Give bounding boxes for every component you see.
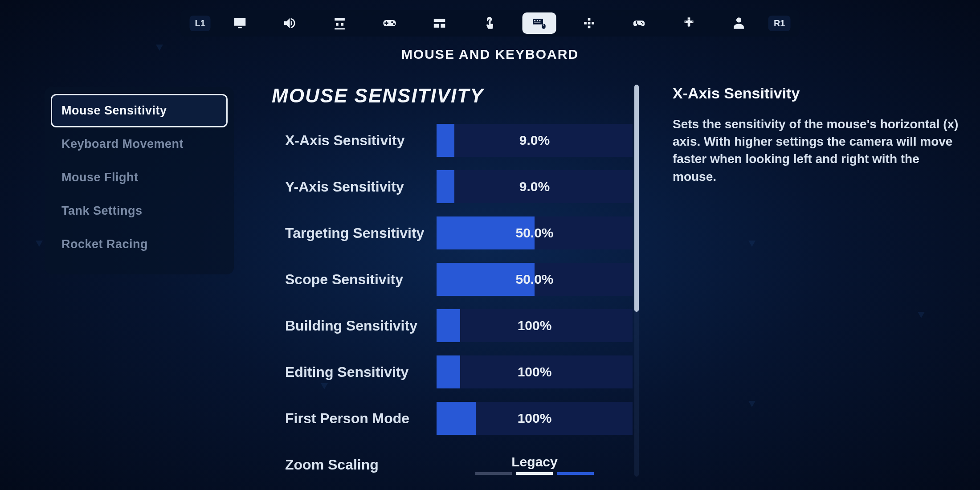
bg-triangle — [748, 401, 755, 407]
setting-row-x-axis: X-Axis Sensitivity 9.0% — [272, 124, 633, 157]
slider-value: 100% — [518, 411, 552, 426]
tab-hud[interactable] — [423, 12, 457, 34]
setting-label: Zoom Scaling — [272, 457, 437, 473]
slider-fill — [437, 170, 454, 203]
setting-label: First Person Mode — [272, 410, 437, 427]
tab-controller[interactable] — [373, 12, 407, 34]
slider-fill — [437, 309, 460, 342]
scrollbar[interactable] — [634, 85, 639, 477]
slider-x-axis[interactable]: 9.0% — [437, 124, 633, 157]
setting-label: Building Sensitivity — [272, 318, 437, 334]
tab-audio[interactable] — [273, 12, 307, 34]
setting-row-building: Building Sensitivity 100% — [272, 309, 633, 342]
option-dot — [557, 472, 594, 475]
gamepad-alt-icon — [632, 16, 647, 31]
setting-label: X-Axis Sensitivity — [272, 132, 437, 149]
help-title: X-Axis Sensitivity — [673, 85, 962, 102]
game-ui-icon — [332, 16, 347, 31]
slider-value: 50.0% — [515, 272, 553, 287]
slider-fill — [437, 402, 476, 435]
slider-fill — [437, 124, 454, 157]
settings-sidebar: Mouse Sensitivity Keyboard Movement Mous… — [45, 87, 234, 274]
monitor-icon — [233, 16, 248, 31]
tab-game[interactable] — [323, 12, 357, 34]
help-text: Sets the sensitivity of the mouse's hori… — [673, 115, 962, 185]
slider-targeting[interactable]: 50.0% — [437, 216, 633, 249]
section-title: MOUSE SENSITIVITY — [272, 85, 633, 107]
tab-video[interactable] — [223, 12, 257, 34]
speaker-icon — [282, 16, 298, 31]
tab-touch[interactable] — [473, 12, 506, 34]
sidebar-item-mouse-sensitivity[interactable]: Mouse Sensitivity — [51, 94, 228, 127]
slider-first-person[interactable]: 100% — [437, 402, 633, 435]
touch-icon — [482, 16, 497, 31]
bg-triangle — [36, 241, 43, 247]
setting-row-first-person: First Person Mode 100% — [272, 402, 633, 435]
scroll-thumb[interactable] — [634, 85, 639, 312]
tab-wireless-controller[interactable] — [622, 12, 656, 34]
tab-account[interactable] — [722, 12, 756, 34]
setting-row-y-axis: Y-Axis Sensitivity 9.0% — [272, 170, 633, 203]
slider-editing[interactable]: 100% — [437, 355, 633, 388]
slider-value: 9.0% — [519, 179, 550, 194]
option-value-text: Legacy — [511, 454, 557, 470]
dpad-icon — [682, 16, 697, 31]
bg-triangle — [748, 241, 755, 247]
tab-gamepad-alt[interactable] — [672, 12, 706, 34]
setting-label: Targeting Sensitivity — [272, 225, 437, 241]
setting-label: Y-Axis Sensitivity — [272, 179, 437, 195]
sidebar-item-keyboard-movement[interactable]: Keyboard Movement — [51, 127, 228, 161]
slider-fill — [437, 355, 460, 388]
gamepad-icon — [382, 16, 397, 31]
option-zoom-scaling[interactable]: Legacy — [437, 448, 633, 481]
sidebar-item-label: Keyboard Movement — [61, 137, 184, 151]
sidebar-item-tank-settings[interactable]: Tank Settings — [51, 194, 228, 228]
slider-value: 100% — [518, 364, 552, 380]
person-icon — [731, 16, 747, 31]
setting-label: Scope Sensitivity — [272, 271, 437, 288]
page-title: MOUSE AND KEYBOARD — [401, 47, 579, 62]
keyboard-mouse-icon — [532, 16, 547, 31]
setting-row-scope: Scope Sensitivity 50.0% — [272, 263, 633, 296]
setting-row-targeting: Targeting Sensitivity 50.0% — [272, 216, 633, 249]
bumper-left-badge: L1 — [190, 16, 211, 31]
slider-y-axis[interactable]: 9.0% — [437, 170, 633, 203]
layout-icon — [432, 16, 447, 31]
bg-triangle — [156, 45, 163, 51]
settings-tabs-bar: L1 R1 — [181, 10, 800, 37]
help-panel: X-Axis Sensitivity Sets the sensitivity … — [673, 85, 962, 185]
tab-mouse-keyboard[interactable] — [523, 12, 556, 34]
sidebar-item-rocket-racing[interactable]: Rocket Racing — [51, 228, 228, 261]
slider-scope[interactable]: 50.0% — [437, 263, 633, 296]
bg-triangle — [918, 312, 925, 318]
setting-row-editing: Editing Sensitivity 100% — [272, 355, 633, 388]
slider-value: 50.0% — [515, 225, 553, 241]
option-indicator — [475, 472, 594, 475]
setting-label: Editing Sensitivity — [272, 364, 437, 380]
slider-value: 9.0% — [519, 133, 550, 148]
settings-main: MOUSE SENSITIVITY X-Axis Sensitivity 9.0… — [272, 85, 633, 490]
slider-value: 100% — [518, 318, 552, 333]
grid-icon — [582, 16, 597, 31]
option-dot-active — [516, 472, 553, 475]
bumper-right-badge: R1 — [768, 16, 791, 31]
sidebar-item-mouse-flight[interactable]: Mouse Flight — [51, 161, 228, 194]
sidebar-item-label: Tank Settings — [61, 204, 143, 217]
option-dot — [475, 472, 512, 475]
tab-accessibility[interactable] — [572, 12, 606, 34]
sidebar-item-label: Rocket Racing — [61, 237, 148, 251]
sidebar-item-label: Mouse Flight — [61, 171, 138, 184]
slider-building[interactable]: 100% — [437, 309, 633, 342]
setting-row-zoom-scaling: Zoom Scaling Legacy — [272, 448, 633, 481]
sidebar-item-label: Mouse Sensitivity — [61, 104, 167, 117]
